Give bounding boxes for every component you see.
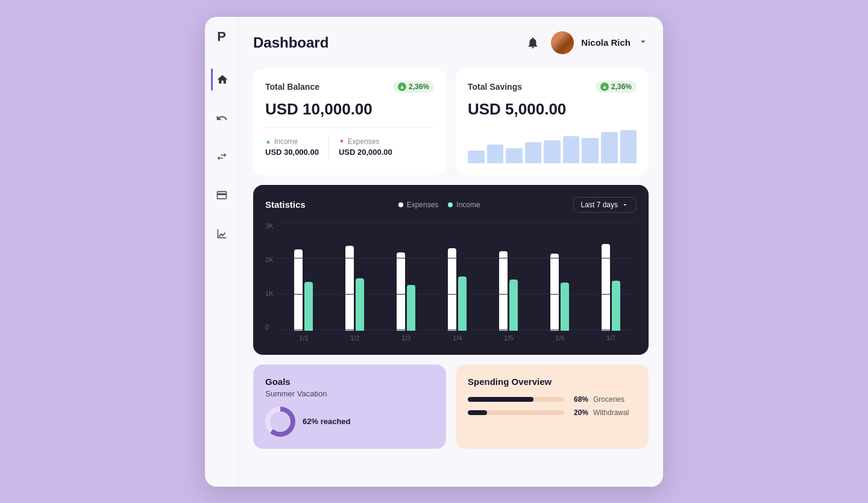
- cards-icon: [216, 189, 228, 201]
- income-bar: [612, 281, 620, 331]
- income-value: USD 30,000.00: [265, 148, 319, 157]
- app-container: P: [205, 17, 663, 487]
- bar-group: [588, 222, 634, 331]
- bar-group: [434, 222, 480, 331]
- expense-bar: [602, 244, 610, 331]
- savings-badge-value: 2,36%: [611, 83, 632, 91]
- balance-badge-value: 2,36%: [409, 83, 429, 91]
- home-icon: [216, 73, 228, 86]
- y-axis: 3K 2K 1K 0: [265, 222, 278, 343]
- x-label: 1/7: [588, 334, 634, 342]
- stats-header: Statistics Expenses Income Last 7 days: [265, 197, 637, 213]
- y-label-1k: 1K: [265, 290, 273, 297]
- sidebar: P: [205, 17, 239, 487]
- bar-group: [332, 222, 378, 331]
- mini-bar: [563, 136, 580, 163]
- x-label: 1/5: [485, 334, 532, 342]
- expense-legend-label: Expenses: [407, 201, 439, 209]
- sidebar-item-home[interactable]: [211, 69, 233, 90]
- y-label-2k: 2K: [265, 256, 273, 263]
- chevron-down-icon: [638, 36, 649, 47]
- notification-bell[interactable]: [522, 32, 544, 54]
- y-label-3k: 3K: [265, 222, 273, 230]
- y-label-0: 0: [265, 323, 273, 331]
- income-bar: [561, 283, 569, 330]
- spending-bar-fill: [468, 410, 487, 415]
- goals-progress-area: 62% reached: [265, 407, 434, 437]
- balance-badge: ▲ 2,36%: [393, 81, 434, 93]
- goals-progress-circle: [265, 407, 295, 437]
- spending-label: Withdrawal: [593, 408, 637, 417]
- x-labels: 1/11/21/31/41/51/61/7: [278, 331, 637, 342]
- goals-circle-inner: [270, 411, 291, 432]
- savings-amount: USD 5,000.00: [468, 100, 637, 119]
- mini-bar: [506, 148, 523, 163]
- stat-divider: [329, 135, 329, 159]
- chart-icon: [216, 228, 228, 240]
- sidebar-nav: [211, 69, 233, 245]
- balance-amount: USD 10,000.00: [265, 100, 434, 119]
- income-bar: [509, 280, 518, 331]
- mini-bar: [525, 142, 542, 163]
- expense-arrow-icon: ▼: [339, 138, 345, 145]
- mini-bar: [601, 132, 618, 163]
- expense-bar: [448, 248, 456, 331]
- stats-period-label: Last 7 days: [581, 201, 618, 209]
- bottom-row: Goals Summer Vacation 62% reached Spendi…: [253, 364, 649, 449]
- header: Dashboard Nicola Rich: [253, 31, 649, 54]
- expenses-stat: ▼ Expenses USD 20,000.00: [339, 137, 392, 157]
- sidebar-item-chart[interactable]: [211, 223, 233, 245]
- summary-cards: Total Balance ▲ 2,36% USD 10,000.00 ▲ In…: [253, 69, 649, 175]
- x-label: 1/1: [280, 334, 327, 342]
- sidebar-item-back[interactable]: [211, 107, 233, 129]
- income-legend-label: Income: [456, 201, 480, 209]
- mini-bar: [582, 138, 599, 163]
- bars-container: 1/11/21/31/41/51/61/7: [278, 222, 637, 343]
- bar-group: [485, 222, 532, 331]
- income-bar: [304, 282, 313, 331]
- statistics-card: Statistics Expenses Income Last 7 days: [253, 185, 649, 355]
- savings-card-header: Total Savings ▲ 2,36%: [468, 81, 637, 93]
- total-savings-card: Total Savings ▲ 2,36% USD 5,000.00: [456, 69, 649, 175]
- income-arrow-icon: ▲: [265, 138, 271, 145]
- spending-bar-track: [468, 397, 564, 402]
- balance-title: Total Balance: [265, 82, 319, 92]
- spending-bar-track: [468, 410, 564, 415]
- expense-legend-dot: [398, 202, 403, 207]
- bar-group: [536, 222, 583, 331]
- savings-title: Total Savings: [468, 82, 522, 92]
- main-content: Dashboard Nicola Rich: [239, 17, 663, 487]
- spending-label: Groceries: [593, 395, 637, 404]
- expense-bar: [345, 246, 354, 330]
- bars-row: [278, 222, 637, 331]
- mini-bar: [487, 145, 504, 163]
- mini-bar: [544, 140, 561, 163]
- user-dropdown-chevron[interactable]: [638, 36, 649, 49]
- income-legend-dot: [448, 202, 453, 207]
- dropdown-chevron-icon: [621, 201, 629, 208]
- x-label: 1/4: [434, 334, 480, 342]
- spending-pct: 20%: [569, 408, 588, 417]
- sidebar-logo: P: [217, 29, 226, 45]
- goals-title: Goals: [265, 376, 434, 387]
- undo-icon: [216, 112, 228, 124]
- user-name: Nicola Rich: [581, 37, 631, 48]
- expense-legend-item: Expenses: [398, 201, 439, 209]
- balance-card-header: Total Balance ▲ 2,36%: [265, 81, 434, 93]
- spending-items: 68%Groceries20%Withdrawal: [468, 395, 637, 417]
- savings-up-arrow-icon: ▲: [600, 83, 609, 91]
- avatar-image: [551, 31, 574, 54]
- sidebar-item-transfer[interactable]: [211, 146, 233, 167]
- bar-group: [280, 222, 327, 331]
- expense-bar: [499, 251, 508, 330]
- expense-bar: [397, 252, 405, 331]
- savings-badge: ▲ 2,36%: [596, 81, 637, 93]
- spending-title: Spending Overview: [468, 376, 637, 387]
- income-legend-item: Income: [448, 201, 480, 209]
- savings-mini-chart: [468, 127, 637, 163]
- header-right: Nicola Rich: [522, 31, 649, 54]
- x-label: 1/2: [332, 334, 378, 342]
- sidebar-item-cards[interactable]: [211, 184, 233, 206]
- stats-period-dropdown[interactable]: Last 7 days: [573, 197, 637, 213]
- spending-pct: 68%: [569, 395, 588, 404]
